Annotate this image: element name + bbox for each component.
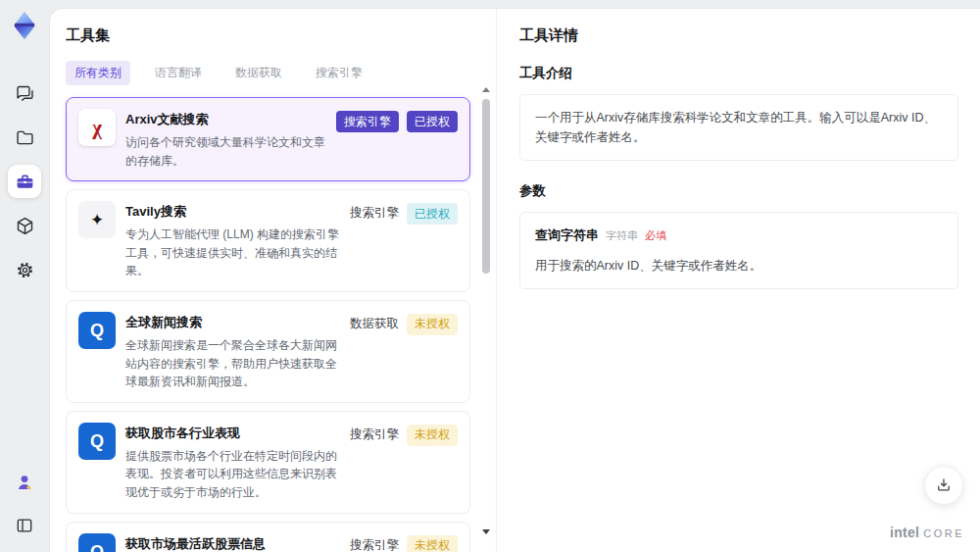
tool-category: 搜索引擎	[350, 203, 399, 224]
intro-heading: 工具介绍	[519, 65, 958, 82]
tool-info: Arxiv文献搜索访问各个研究领域大量科学论文和文章的存储库。	[125, 109, 326, 170]
category-tab[interactable]: 搜索引擎	[307, 61, 371, 85]
scroll-up-arrow-icon[interactable]	[482, 87, 490, 92]
tool-badges: 搜索引擎已授权	[350, 201, 458, 280]
tool-card[interactable]: ✦Tavily搜索专为人工智能代理 (LLM) 构建的搜索引擎工具，可快速提供实…	[66, 189, 470, 292]
sidebar-nav	[8, 76, 41, 286]
stock-icon: Q	[78, 423, 116, 460]
tool-badges: 数据获取未授权	[350, 312, 458, 391]
tool-badges: 搜索引擎未授权	[350, 533, 458, 552]
auth-status-badge: 已授权	[407, 111, 458, 132]
tool-name: Arxiv文献搜索	[125, 111, 326, 128]
user-icon	[14, 472, 35, 493]
auth-status-badge: 未授权	[407, 425, 458, 446]
param-description: 用于搜索的Arxiv ID、关键字或作者姓名。	[535, 256, 943, 276]
tool-badges: 搜索引擎已授权	[336, 109, 458, 170]
tool-info: 获取市场最活跃股票信息提供当天交易量最高的股票列表，投资者可以利用这些信息来识别…	[125, 533, 340, 552]
category-tab[interactable]: 所有类别	[66, 61, 130, 85]
tool-description: 访问各个研究领域大量科学论文和文章的存储库。	[125, 133, 326, 170]
tool-category: 搜索引擎	[350, 425, 399, 445]
sidebar-item-models[interactable]	[8, 209, 41, 242]
param-required-badge: 必填	[645, 227, 666, 245]
news-icon: Q	[78, 312, 116, 349]
category-tab[interactable]: 数据获取	[226, 61, 291, 85]
toolset-pane: 工具集 所有类别语言翻译数据获取搜索引擎 χArxiv文献搜索访问各个研究领域大…	[50, 9, 497, 552]
package-icon	[15, 216, 35, 236]
collapse-sidebar-button[interactable]	[8, 509, 41, 542]
tool-info: 全球新闻搜索全球新闻搜索是一个聚合全球各大新闻网站内容的搜索引擎，帮助用户快速获…	[125, 312, 340, 391]
sidebar	[0, 0, 49, 552]
param-card: 查询字符串 字符串 必填 用于搜索的Arxiv ID、关键字或作者姓名。	[519, 212, 958, 289]
app-logo	[7, 8, 42, 43]
arxiv-icon: χ	[78, 109, 116, 146]
tool-description: 提供股票市场各个行业在特定时间段内的表现。投资者可以利用这些信息来识别表现优于或…	[125, 447, 340, 502]
sidebar-item-tools[interactable]	[8, 165, 41, 198]
auth-status-badge: 未授权	[407, 314, 458, 335]
tool-info: Tavily搜索专为人工智能代理 (LLM) 构建的搜索引擎工具，可快速提供实时…	[125, 201, 340, 280]
params-heading: 参数	[519, 182, 958, 200]
user-avatar-button[interactable]	[8, 466, 41, 499]
sidebar-item-chat[interactable]	[8, 76, 41, 110]
auth-status-badge: 已授权	[407, 203, 458, 225]
tool-name: 获取市场最活跃股票信息	[125, 535, 340, 552]
sidebar-item-files[interactable]	[8, 121, 41, 154]
download-button[interactable]	[924, 466, 963, 505]
folder-icon	[15, 127, 35, 148]
tool-description: 全球新闻搜索是一个聚合全球各大新闻网站内容的搜索引擎，帮助用户快速获取全球最新资…	[125, 336, 340, 391]
auth-status-badge: 未授权	[407, 535, 458, 552]
tool-description: 专为人工智能代理 (LLM) 构建的搜索引擎工具，可快速提供实时、准确和真实的结…	[125, 226, 340, 280]
page-title: 工具集	[66, 26, 470, 45]
collapse-panel-icon	[15, 516, 34, 535]
category-tab[interactable]: 语言翻译	[146, 61, 211, 85]
list-scrollbar[interactable]	[481, 87, 491, 534]
tool-category: 数据获取	[350, 314, 399, 334]
scrollbar-thumb[interactable]	[482, 99, 490, 274]
param-name: 查询字符串	[535, 226, 599, 246]
stock-icon: Q	[78, 533, 116, 552]
sidebar-bottom	[8, 466, 41, 542]
tool-info: 获取股市各行业表现提供股票市场各个行业在特定时间段内的表现。投资者可以利用这些信…	[125, 423, 340, 502]
tool-details-pane: 工具详情 工具介绍 一个用于从Arxiv存储库搜索科学论文和文章的工具。输入可以…	[498, 9, 980, 552]
brand-intel-text: intel	[890, 525, 919, 540]
scroll-down-arrow-icon[interactable]	[482, 529, 490, 534]
settings-icon	[15, 260, 35, 280]
sidebar-item-settings[interactable]	[8, 253, 41, 286]
tool-card[interactable]: Q获取股市各行业表现提供股票市场各个行业在特定时间段内的表现。投资者可以利用这些…	[66, 411, 470, 514]
tavily-icon: ✦	[78, 201, 116, 238]
chat-icon	[15, 83, 35, 104]
toolbox-icon	[15, 172, 35, 192]
main-panel: 工具集 所有类别语言翻译数据获取搜索引擎 χArxiv文献搜索访问各个研究领域大…	[49, 8, 980, 552]
details-title: 工具详情	[519, 26, 958, 45]
tool-intro-text: 一个用于从Arxiv存储库搜索科学论文和文章的工具。输入可以是Arxiv ID、…	[519, 94, 958, 161]
tool-badges: 搜索引擎未授权	[350, 423, 458, 502]
tool-list: χArxiv文献搜索访问各个研究领域大量科学论文和文章的存储库。搜索引擎已授权✦…	[66, 97, 470, 552]
param-type: 字符串	[606, 227, 638, 245]
brand-core-text: core	[923, 527, 964, 539]
tool-category: 搜索引擎	[336, 111, 399, 132]
tool-name: 全球新闻搜索	[125, 314, 340, 331]
tool-card[interactable]: Q全球新闻搜索全球新闻搜索是一个聚合全球各大新闻网站内容的搜索引擎，帮助用户快速…	[66, 300, 470, 403]
category-tabs: 所有类别语言翻译数据获取搜索引擎	[66, 61, 470, 85]
tool-name: Tavily搜索	[125, 203, 340, 221]
download-icon	[935, 477, 953, 494]
tool-card[interactable]: χArxiv文献搜索访问各个研究领域大量科学论文和文章的存储库。搜索引擎已授权	[66, 97, 470, 181]
tool-card[interactable]: Q获取市场最活跃股票信息提供当天交易量最高的股票列表，投资者可以利用这些信息来识…	[66, 522, 470, 552]
intel-core-logo: intel core	[890, 525, 964, 540]
tool-category: 搜索引擎	[350, 535, 399, 552]
tool-name: 获取股市各行业表现	[125, 425, 340, 442]
